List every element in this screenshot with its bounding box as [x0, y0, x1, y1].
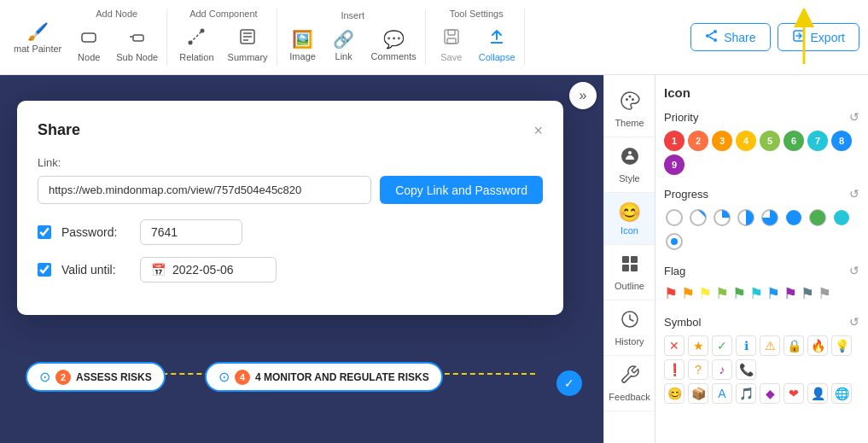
sub-node-button[interactable]: Sub Node	[111, 24, 163, 66]
format-painter-button[interactable]: 🖌️ mat Painter	[9, 18, 67, 57]
valid-until-label: Valid until:	[61, 263, 130, 277]
icon-panel-icon: 😊	[618, 201, 641, 224]
side-panel-feedback[interactable]: Feedback	[604, 356, 655, 411]
history-icon	[620, 309, 640, 335]
side-panel-history[interactable]: History	[604, 300, 655, 356]
progress-3[interactable]	[736, 207, 756, 228]
link-button[interactable]: 🔗 Link	[325, 26, 363, 65]
symbol-bulb[interactable]: 💡	[831, 335, 852, 356]
progress-0[interactable]	[664, 207, 684, 228]
flag-purple[interactable]: ⚑	[784, 284, 797, 303]
share-modal: Share × Link: Copy Link and Password Pas…	[17, 101, 563, 315]
password-input[interactable]	[140, 219, 242, 245]
save-button[interactable]: Save	[433, 24, 470, 66]
flag-red[interactable]: ⚑	[664, 284, 678, 303]
progress-4[interactable]	[760, 207, 780, 228]
symbol-info[interactable]: ℹ	[736, 335, 756, 356]
priority-6[interactable]: 6	[784, 131, 804, 151]
side-panel-style[interactable]: Style	[604, 137, 655, 193]
link-input[interactable]	[38, 176, 371, 204]
progress-reset-button[interactable]: ↺	[849, 187, 859, 201]
flag-grey-blue[interactable]: ⚑	[801, 284, 814, 303]
symbol-music[interactable]: ♪	[712, 359, 732, 380]
side-panel-icon[interactable]: 😊 Icon	[604, 193, 655, 245]
symbol-phone[interactable]: 📞	[736, 359, 756, 380]
flag-light-green[interactable]: ⚑	[715, 284, 729, 303]
priority-7[interactable]: 7	[807, 131, 828, 151]
symbol-lock[interactable]: 🔒	[784, 335, 804, 356]
flag-cyan[interactable]: ⚑	[749, 284, 763, 303]
tool-settings-items: Save Collapse	[433, 24, 521, 66]
progress-1[interactable]	[688, 207, 708, 228]
priority-label: Priority	[664, 111, 698, 124]
flag-yellow[interactable]: ⚑	[698, 284, 712, 303]
progress-8[interactable]	[664, 231, 684, 252]
flag-reset-button[interactable]: ↺	[849, 264, 859, 277]
symbol-note[interactable]: 🎵	[736, 383, 756, 404]
symbol-a[interactable]: A	[712, 383, 732, 404]
priority-4[interactable]: 4	[736, 131, 756, 151]
summary-button[interactable]: Summary	[223, 24, 273, 66]
modal-close-button[interactable]: ×	[533, 123, 543, 138]
outline-icon	[620, 254, 640, 279]
node-icon	[79, 27, 98, 50]
password-checkbox[interactable]	[38, 225, 51, 239]
valid-until-date[interactable]: 📅 2022-05-06	[140, 257, 277, 283]
priority-reset-button[interactable]: ↺	[849, 110, 859, 124]
flag-grey[interactable]: ⚑	[818, 284, 831, 303]
symbol-star[interactable]: ★	[688, 335, 708, 356]
node-button[interactable]: Node	[70, 24, 108, 66]
symbol-reset-button[interactable]: ↺	[849, 315, 859, 329]
copy-link-password-button[interactable]: Copy Link and Password	[380, 176, 543, 204]
flag-orange[interactable]: ⚑	[681, 284, 695, 303]
progress-7[interactable]	[831, 207, 852, 228]
summary-icon	[238, 27, 257, 50]
image-button[interactable]: 🖼️ Image	[284, 26, 322, 65]
comments-icon: 💬	[383, 29, 405, 50]
progress-header: Progress ↺	[664, 187, 859, 201]
main-area: » ⊙ 2 ASSESS RISKS ⊙ 4 4 MONITOR AND REG…	[0, 75, 868, 443]
symbol-diamond[interactable]: ◆	[760, 383, 780, 404]
symbol-smile[interactable]: 😊	[664, 383, 684, 404]
progress-5[interactable]	[784, 207, 804, 228]
side-panel-outline[interactable]: Outline	[604, 245, 655, 300]
priority-5[interactable]: 5	[760, 131, 780, 151]
symbol-question[interactable]: ?	[688, 359, 708, 380]
outline-label: Outline	[615, 281, 644, 291]
symbol-warning[interactable]: ⚠	[760, 335, 780, 356]
side-panel-theme[interactable]: Theme	[604, 82, 655, 137]
modal-title: Share	[38, 121, 80, 139]
symbol-check[interactable]: ✓	[712, 335, 732, 356]
progress-2[interactable]	[712, 207, 732, 228]
symbol-x[interactable]: ✕	[664, 335, 684, 356]
symbol-globe[interactable]: 🌐	[831, 383, 852, 404]
relation-button[interactable]: Relation	[174, 24, 218, 66]
props-title: Icon	[664, 85, 859, 100]
svg-point-36	[671, 238, 678, 245]
flag-blue[interactable]: ⚑	[766, 284, 780, 303]
symbol-exclaim[interactable]: ❗	[664, 359, 684, 380]
priority-8[interactable]: 8	[831, 131, 852, 151]
priority-3[interactable]: 3	[712, 131, 732, 151]
insert-items: 🖼️ Image 🔗 Link 💬 Comments	[284, 26, 422, 65]
collapse-button[interactable]: Collapse	[474, 24, 521, 66]
symbol-heart[interactable]: ❤	[784, 383, 804, 404]
share-button[interactable]: Share	[690, 23, 770, 51]
link-label: Link:	[38, 156, 543, 169]
valid-until-checkbox[interactable]	[38, 263, 51, 277]
progress-6[interactable]	[807, 207, 828, 228]
symbol-person[interactable]: 👤	[807, 383, 828, 404]
svg-point-14	[714, 38, 717, 42]
style-label: Style	[619, 173, 639, 184]
priority-2[interactable]: 2	[688, 131, 708, 151]
symbol-fire[interactable]: 🔥	[807, 335, 828, 356]
flag-green[interactable]: ⚑	[732, 284, 746, 303]
link-row: Copy Link and Password	[38, 176, 543, 204]
priority-1[interactable]: 1	[664, 131, 684, 151]
comments-button[interactable]: 💬 Comments	[366, 26, 422, 65]
symbol-box[interactable]: 📦	[688, 383, 708, 404]
theme-label: Theme	[615, 118, 644, 128]
canvas-area[interactable]: » ⊙ 2 ASSESS RISKS ⊙ 4 4 MONITOR AND REG…	[0, 75, 603, 443]
priority-9[interactable]: 9	[664, 154, 684, 175]
toolbar-right: Share Export	[690, 23, 859, 51]
